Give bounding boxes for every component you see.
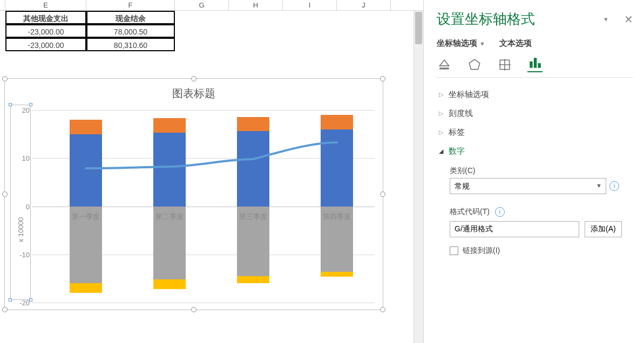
chevron-right-icon: ▷ [439, 110, 445, 117]
pane-icon-tabs [437, 57, 633, 78]
pane-tabs: 坐标轴选项▼ 文本选项 [437, 38, 633, 49]
chart-plot-area[interactable]: 20 10 0 -10 -20 [32, 110, 375, 303]
col-letter[interactable]: I [283, 0, 337, 10]
chart-title[interactable]: 图表标题 [5, 86, 383, 101]
axis-options-icon[interactable] [527, 57, 543, 72]
spreadsheet-area: E F G H I J 其他现金支出 现金结余 -23,000.00 78,00… [0, 0, 424, 343]
fill-line-icon[interactable] [437, 57, 452, 72]
sheet-rows: 其他现金支出 现金结余 -23,000.00 78,000.50 -23,000… [0, 11, 423, 51]
resize-handle[interactable] [380, 76, 385, 81]
vertical-scrollbar[interactable] [413, 11, 423, 343]
effects-icon[interactable] [467, 57, 482, 72]
col-letter[interactable]: H [229, 0, 283, 10]
svg-rect-0 [439, 67, 449, 69]
data-cell[interactable]: 80,310.60 [86, 38, 175, 51]
section-axis-options[interactable]: ▷ 坐标轴选项 [437, 85, 633, 104]
header-cell[interactable]: 现金结余 [86, 11, 175, 24]
pane-title: 设置坐标轴格式 [437, 10, 535, 29]
info-icon[interactable]: i [495, 207, 505, 217]
resize-handle[interactable] [2, 76, 8, 81]
svg-marker-1 [469, 59, 480, 69]
y-axis-title[interactable]: x 10000 [17, 217, 25, 242]
section-list: ▷ 坐标轴选项 ▷ 刻度线 ▷ 标签 ◢ 数字 类别(C) 常规 ▼ [437, 85, 633, 256]
header-cell[interactable]: 其他现金支出 [5, 11, 86, 24]
add-button[interactable]: 添加(A) [585, 221, 622, 237]
data-cell[interactable]: -23,000.00 [5, 38, 86, 51]
chart-object[interactable]: 图表标题 20 10 0 -10 -20 [4, 78, 383, 310]
tab-axis-options[interactable]: 坐标轴选项▼ [437, 38, 485, 49]
format-code-input[interactable] [450, 221, 579, 237]
category-label: 类别(C) [450, 166, 633, 176]
svg-rect-5 [538, 63, 540, 68]
resize-handle[interactable] [2, 191, 8, 197]
category-select[interactable]: 常规 [450, 178, 606, 194]
chevron-right-icon: ▷ [439, 91, 445, 98]
link-to-source-checkbox[interactable] [450, 246, 458, 255]
data-cell[interactable]: 78,000.50 [86, 24, 175, 38]
size-properties-icon[interactable] [497, 57, 512, 72]
category-label: 第三季度 [221, 212, 286, 222]
col-letter[interactable]: G [175, 0, 229, 10]
svg-rect-4 [534, 58, 537, 67]
format-code-label: 格式代码(T) i [450, 207, 633, 217]
data-cell[interactable]: -23,000.00 [5, 24, 86, 38]
col-letter[interactable]: F [86, 0, 175, 10]
section-tick-marks[interactable]: ▷ 刻度线 [437, 104, 633, 123]
category-label: 第四季度 [304, 212, 369, 222]
number-format-form: 类别(C) 常规 ▼ i 格式代码(T) i 添加(A) [450, 166, 633, 256]
svg-rect-3 [530, 61, 532, 68]
category-label: 第二季度 [137, 212, 202, 222]
tab-text-options[interactable]: 文本选项 [499, 38, 532, 49]
chevron-right-icon: ▷ [439, 129, 445, 136]
link-to-source-label: 链接到源(I) [463, 246, 500, 256]
column-letters-row: E F G H I J [0, 0, 423, 11]
resize-handle[interactable] [191, 307, 196, 312]
category-label: 第一季度 [53, 212, 118, 222]
pane-options-dropdown-icon[interactable]: ▾ [604, 15, 608, 23]
col-letter[interactable]: E [5, 0, 86, 10]
section-labels[interactable]: ▷ 标签 [437, 123, 633, 142]
resize-handle[interactable] [2, 307, 8, 312]
scrollbar-thumb[interactable] [415, 12, 422, 44]
col-letter[interactable]: J [337, 0, 391, 10]
chevron-down-icon: ◢ [439, 148, 445, 155]
bars [32, 110, 375, 303]
resize-handle[interactable] [380, 191, 385, 197]
format-axis-pane: 设置坐标轴格式 ▾ ✕ 坐标轴选项▼ 文本选项 ▷ 坐标轴选项 [424, 0, 644, 343]
info-icon[interactable]: i [609, 181, 619, 191]
close-icon[interactable]: ✕ [624, 13, 633, 26]
resize-handle[interactable] [191, 76, 196, 81]
resize-handle[interactable] [380, 307, 385, 312]
section-number[interactable]: ◢ 数字 [437, 142, 633, 161]
